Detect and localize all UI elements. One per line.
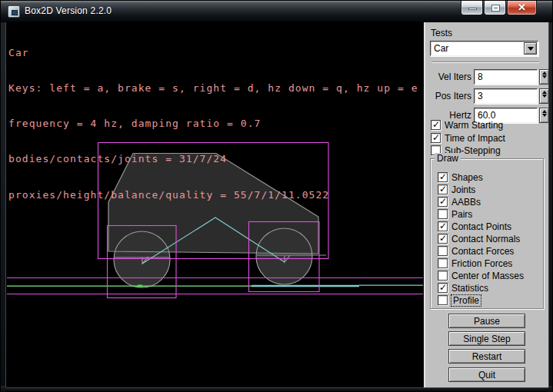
contact-point [138,285,142,287]
client-area: Car Keys: left = a, brake = s, right = d… [6,22,548,387]
checkbox-label: Contact Normals [451,234,520,244]
spin-down-icon [542,75,547,78]
spin-up-icon [542,71,547,75]
tests-dropdown-value: Car [431,42,538,55]
control-panel: Tests Car Vel Iters 8 Pos Iters 3 [424,22,548,387]
pause-button[interactable]: Pause [448,314,525,328]
checkbox-icon[interactable] [438,221,448,231]
checkbox-icon[interactable] [438,271,448,281]
stats-line-proxies: proxies/height/balance/quality = 55/7/1/… [8,189,418,201]
frame-left [1,22,6,392]
quit-button[interactable]: Quit [448,367,525,382]
app-icon [8,5,20,18]
pos-iters-row: Pos Iters 3 [425,88,550,104]
draw-group: Draw Shapes Joints AABBs Pairs [430,158,544,309]
single-step-button[interactable]: Single Step [448,331,525,346]
checkbox-icon[interactable] [438,197,448,207]
draw-group-title: Draw [435,153,461,164]
restart-button[interactable]: Restart [448,349,525,364]
stats-line-keys: Keys: left = a, brake = s, right = d, hz… [8,82,418,94]
caption-buttons: ✕ [461,1,537,16]
stats-line-title: Car [8,47,418,58]
spin-up-icon [542,91,547,94]
checkbox-icon[interactable] [438,172,448,182]
checkbox-label: Time of Impact [445,133,505,144]
close-button[interactable]: ✕ [507,1,537,15]
tests-label: Tests [431,28,452,38]
chevron-down-icon [528,47,534,51]
checkbox-icon[interactable] [438,234,448,244]
checkbox-label: Statistics [451,283,488,294]
checkbox-icon[interactable] [438,258,448,268]
title-bar[interactable]: Box2D Version 2.2.0 ✕ [1,1,552,22]
simulation-canvas[interactable]: Car Keys: left = a, brake = s, right = d… [6,22,424,387]
checkbox-label: Contact Forces [451,246,514,257]
app-window: Box2D Version 2.2.0 ✕ [0,0,553,392]
spin-down-icon [542,114,547,117]
spin-up-icon [542,110,547,113]
checkbox-icon[interactable] [431,133,441,143]
separator [432,61,539,63]
tests-dropdown-button[interactable] [524,42,537,55]
pos-iters-stepper[interactable] [539,88,549,104]
hertz-stepper[interactable] [539,108,549,123]
checkbox-label: Contact Points [451,221,511,232]
vel-iters-row: Vel Iters 8 [425,69,550,85]
maximize-button[interactable] [484,1,506,15]
tests-dropdown[interactable]: Car [430,41,538,56]
checkbox-icon[interactable] [438,184,448,194]
checkbox-label: Shapes [451,172,483,183]
checkbox-label: Friction Forces [451,258,512,269]
checkbox-icon[interactable] [438,283,448,293]
pos-iters-input[interactable]: 3 [474,88,538,104]
close-icon: ✕ [508,2,536,13]
maximize-icon [491,5,500,12]
checkbox-label: Center of Masses [451,271,524,281]
vel-iters-input[interactable]: 8 [474,69,538,85]
minimize-icon [468,8,477,10]
checkbox-icon[interactable] [431,120,441,130]
checkbox-icon[interactable] [438,209,448,219]
window-title: Box2D Version 2.2.0 [25,5,112,16]
checkbox-label: Warm Starting [445,120,503,131]
checkbox-label: Pairs [451,209,472,220]
vel-iters-label: Vel Iters [425,71,471,82]
stats-line-bodies: bodies/contacts/joints = 31/7/24 [8,153,418,164]
checkbox-label: Profile [451,295,481,306]
checkbox-label: Joints [451,184,475,195]
vel-iters-stepper[interactable] [539,69,549,85]
stats-text: Car Keys: left = a, brake = s, right = d… [8,23,418,224]
minimize-button[interactable] [461,1,483,15]
checkbox-icon[interactable] [438,295,448,305]
checkbox-label: AABBs [451,197,481,208]
stats-line-frequency: frequency = 4 hz, damping ratio = 0.7 [8,118,418,129]
pos-iters-label: Pos Iters [425,91,471,101]
spin-down-icon [542,95,547,98]
checkbox-icon[interactable] [438,246,448,256]
